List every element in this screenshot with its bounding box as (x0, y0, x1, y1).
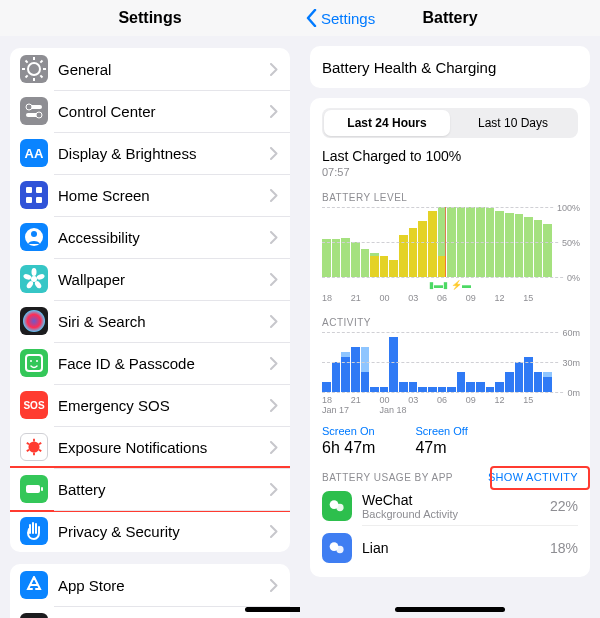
show-activity-button[interactable]: SHOW ACTIVITY (488, 471, 578, 483)
svg-line-6 (26, 75, 28, 77)
chevron-right-icon (270, 189, 278, 202)
chevron-right-icon (270, 231, 278, 244)
sidebar-item-label: Battery (58, 481, 270, 498)
svg-rect-36 (26, 485, 40, 493)
battery-level-chart[interactable]: 100% 50% 0% (322, 207, 578, 277)
app-detail: Background Activity (362, 508, 550, 520)
svg-rect-15 (26, 197, 32, 203)
svg-point-28 (36, 360, 38, 362)
settings-list[interactable]: GeneralControl CenterAADisplay & Brightn… (0, 36, 300, 618)
sidebar-item-home-screen[interactable]: Home Screen (10, 174, 290, 216)
chevron-left-icon (306, 9, 317, 27)
chevron-right-icon (270, 273, 278, 286)
sidebar-item-label: Display & Brightness (58, 145, 270, 162)
x-axis-sub: Jan 17Jan 18 (322, 405, 578, 415)
svg-point-24 (23, 273, 32, 280)
battery-health-row[interactable]: Battery Health & Charging (310, 46, 590, 88)
siri-icon (20, 307, 48, 335)
svg-point-19 (31, 276, 37, 282)
wallet-icon (20, 613, 48, 618)
chevron-right-icon (270, 105, 278, 118)
svg-point-29 (28, 441, 39, 452)
svg-rect-13 (26, 187, 32, 193)
battery-card: Last 24 Hours Last 10 Days Last Charged … (310, 98, 590, 577)
svg-point-25 (23, 310, 45, 332)
sidebar-item-siri[interactable]: Siri & Search (10, 300, 290, 342)
back-button[interactable]: Settings (306, 9, 375, 27)
activity-chart[interactable]: 60m 30m 0m (322, 332, 578, 392)
sidebar-item-label: Control Center (58, 103, 270, 120)
sidebar-item-exposure[interactable]: Exposure Notifications (10, 426, 290, 468)
page-title: Settings (118, 9, 181, 27)
sidebar-item-privacy[interactable]: Privacy & Security (10, 510, 290, 552)
hand-icon (20, 517, 48, 545)
sidebar-item-display[interactable]: AADisplay & Brightness (10, 132, 290, 174)
sidebar-item-label: Emergency SOS (58, 397, 270, 414)
svg-rect-14 (36, 187, 42, 193)
settings-title: Settings (0, 0, 300, 36)
sidebar-item-battery[interactable]: Battery (10, 468, 290, 510)
battery-content[interactable]: Battery Health & Charging Last 24 Hours … (300, 36, 600, 618)
home-indicator[interactable] (245, 607, 300, 612)
last-charged-title: Last Charged to 100% (322, 148, 578, 164)
stat-value: 6h 47m (322, 439, 375, 457)
home-indicator[interactable] (395, 607, 505, 612)
stat-screen-off: Screen Off 47m (415, 425, 467, 457)
usage-stats: Screen On 6h 47m Screen Off 47m (322, 425, 578, 457)
sidebar-item-general[interactable]: General (10, 48, 290, 90)
axis-label: 60m (560, 328, 580, 338)
axis-label: 50% (560, 238, 580, 248)
svg-point-27 (30, 360, 32, 362)
sidebar-item-label: Accessibility (58, 229, 270, 246)
segment-24h[interactable]: Last 24 Hours (324, 110, 450, 136)
sidebar-item-label: Wallpaper (58, 271, 270, 288)
svg-rect-37 (41, 487, 43, 491)
last-charged-time: 07:57 (322, 166, 578, 178)
app-name: Lian (362, 540, 550, 556)
battery-level-label: BATTERY LEVEL (322, 192, 578, 203)
svg-rect-26 (26, 355, 42, 371)
usage-label: BATTERY USAGE BY APP (322, 472, 453, 483)
usage-header: BATTERY USAGE BY APP SHOW ACTIVITY (322, 471, 578, 483)
person-icon (20, 223, 48, 251)
svg-rect-16 (36, 197, 42, 203)
page-title: Battery (422, 9, 477, 27)
sidebar-item-faceid[interactable]: Face ID & Passcode (10, 342, 290, 384)
SOS-icon: SOS (20, 391, 48, 419)
battery-health-label: Battery Health & Charging (322, 59, 578, 76)
sidebar-item-control-center[interactable]: Control Center (10, 90, 290, 132)
svg-line-31 (39, 443, 41, 444)
chevron-right-icon (270, 399, 278, 412)
svg-line-4 (40, 75, 42, 77)
chevron-right-icon (270, 63, 278, 76)
app-usage-row[interactable]: WeChatBackground Activity22% (322, 483, 578, 525)
battery-titlebar: Settings Battery (300, 0, 600, 36)
segment-10d[interactable]: Last 10 Days (450, 110, 576, 136)
sidebar-item-label: General (58, 61, 270, 78)
time-range-segmented[interactable]: Last 24 Hours Last 10 Days (322, 108, 578, 138)
sidebar-item-label: Privacy & Security (58, 523, 270, 540)
sidebar-item-appstore[interactable]: App Store (10, 564, 290, 606)
stat-screen-on: Screen On 6h 47m (322, 425, 375, 457)
settings-pane: Settings GeneralControl CenterAADisplay … (0, 0, 300, 618)
chevron-right-icon (270, 357, 278, 370)
svg-line-32 (39, 450, 41, 451)
svg-point-42 (336, 504, 343, 511)
virus-icon (20, 433, 48, 461)
sidebar-item-accessibility[interactable]: Accessibility (10, 216, 290, 258)
app-usage-row[interactable]: Lian18% (322, 525, 578, 567)
app-icon (322, 491, 352, 521)
app-icon (322, 533, 352, 563)
app-usage-list: WeChatBackground Activity22%Lian18% (322, 483, 578, 567)
app-percent: 18% (550, 540, 578, 556)
sidebar-item-sos[interactable]: SOSEmergency SOS (10, 384, 290, 426)
sidebar-item-wallpaper[interactable]: Wallpaper (10, 258, 290, 300)
chevron-right-icon (270, 315, 278, 328)
switches-icon (20, 97, 48, 125)
svg-line-2 (40, 61, 42, 63)
chevron-right-icon (270, 483, 278, 496)
sidebar-item-label: Siri & Search (58, 313, 270, 330)
sidebar-item-label: Face ID & Passcode (58, 355, 270, 372)
flower-icon (20, 265, 48, 293)
app-percent: 22% (550, 498, 578, 514)
